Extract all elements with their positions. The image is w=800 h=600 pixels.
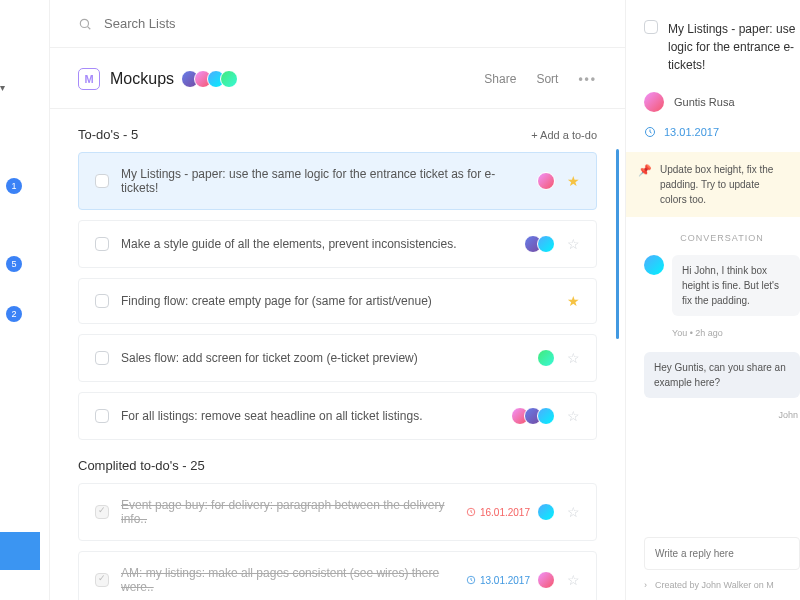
assignee-avatars (516, 407, 555, 425)
conversation-label: CONVERSATION (644, 233, 800, 243)
search-input[interactable] (104, 16, 597, 31)
checkbox[interactable] (95, 351, 109, 365)
svg-line-1 (88, 26, 91, 29)
note-text: Update box height, fix the padding. Try … (660, 162, 788, 207)
todo-item[interactable]: Make a style guide of all the elements, … (78, 220, 597, 268)
chevron-down-icon[interactable]: ▾ (0, 82, 5, 93)
assignee-avatars (529, 235, 555, 253)
list-content: To-do's - 5 + Add a to-do My Listings - … (50, 109, 625, 600)
todo-text: Sales flow: add screen for ticket zoom (… (121, 351, 530, 365)
clock-icon (644, 126, 656, 138)
checkbox[interactable] (95, 409, 109, 423)
list-header: M Mockups Share Sort ••• (50, 48, 625, 109)
project-title: Mockups (110, 70, 174, 88)
star-icon[interactable]: ☆ (567, 350, 580, 366)
message-bubble: Hey Guntis, can you share an example her… (644, 352, 800, 398)
section-title-completed: Complited to-do's - 25 (78, 458, 205, 473)
todo-text: Event page buy: for delivery: paragraph … (121, 498, 454, 526)
rail-badge[interactable]: 5 (6, 256, 22, 272)
todo-text: For all listings: remove seat headline o… (121, 409, 504, 423)
message-bubble: Hi John, I think box height is fine. But… (672, 255, 800, 316)
share-button[interactable]: Share (484, 72, 516, 86)
detail-footer: › Created by John Walker on M (644, 580, 800, 590)
todo-text: Finding flow: create empty page for (sam… (121, 294, 555, 308)
checkbox[interactable] (95, 237, 109, 251)
star-icon[interactable]: ☆ (567, 504, 580, 520)
star-icon[interactable]: ☆ (567, 236, 580, 252)
svg-point-0 (80, 19, 88, 27)
scrollbar-thumb[interactable] (616, 149, 619, 339)
todo-item[interactable]: Sales flow: add screen for ticket zoom (… (78, 334, 597, 382)
compose-button[interactable] (0, 532, 40, 570)
left-rail: ▾ 1 5 2 (0, 0, 50, 600)
todo-text: Make a style guide of all the elements, … (121, 237, 517, 251)
sort-button[interactable]: Sort (536, 72, 558, 86)
todo-item[interactable]: Event page buy: for delivery: paragraph … (78, 483, 597, 541)
avatar (644, 92, 664, 112)
pinned-note: 📌 Update box height, fix the padding. Tr… (626, 152, 800, 217)
message-meta: You • 2h ago (672, 328, 800, 338)
todo-item[interactable]: My Listings - paper: use the same logic … (78, 152, 597, 210)
assignee-row[interactable]: Guntis Rusa (644, 92, 800, 112)
project-icon: M (78, 68, 100, 90)
due-date-row[interactable]: 13.01.2017 (644, 126, 800, 138)
assignee-avatars (542, 503, 555, 521)
reply-input[interactable] (644, 537, 800, 570)
assignee-avatars (542, 349, 555, 367)
search-bar (50, 0, 625, 48)
search-icon (78, 17, 92, 31)
todo-item[interactable]: For all listings: remove seat headline o… (78, 392, 597, 440)
section-title-todos: To-do's - 5 (78, 127, 138, 142)
star-icon[interactable]: ★ (567, 293, 580, 309)
checkbox[interactable] (644, 20, 658, 34)
checkbox[interactable] (95, 174, 109, 188)
assignee-name: Guntis Rusa (674, 96, 735, 108)
avatar (644, 255, 664, 275)
chevron-right-icon[interactable]: › (644, 580, 647, 590)
message-meta: John (644, 410, 798, 420)
member-avatars[interactable] (186, 70, 238, 88)
star-icon[interactable]: ☆ (567, 572, 580, 588)
assignee-avatars (542, 571, 555, 589)
message: Hi John, I think box height is fine. But… (644, 255, 800, 316)
clock-icon (466, 507, 476, 517)
checkbox[interactable] (95, 573, 109, 587)
todo-text: My Listings - paper: use the same logic … (121, 167, 530, 195)
clock-icon (466, 575, 476, 585)
main-column: M Mockups Share Sort ••• To-do's - 5 + A… (50, 0, 625, 600)
due-date: 16.01.2017 (466, 507, 530, 518)
rail-badge[interactable]: 2 (6, 306, 22, 322)
detail-panel: My Listings - paper: use logic for the e… (625, 0, 800, 600)
message: Hey Guntis, can you share an example her… (644, 352, 800, 398)
assignee-avatars (542, 172, 555, 190)
todo-item[interactable]: AM: my listings: make all pages consiste… (78, 551, 597, 600)
star-icon[interactable]: ☆ (567, 408, 580, 424)
more-icon[interactable]: ••• (578, 72, 597, 86)
detail-title: My Listings - paper: use logic for the e… (668, 20, 800, 74)
checkbox[interactable] (95, 505, 109, 519)
created-by-text: Created by John Walker on M (655, 580, 774, 590)
pin-icon: 📌 (638, 162, 652, 207)
due-date: 13.01.2017 (466, 575, 530, 586)
add-todo-button[interactable]: + Add a to-do (531, 129, 597, 141)
star-icon[interactable]: ★ (567, 173, 580, 189)
todo-item[interactable]: Finding flow: create empty page for (sam… (78, 278, 597, 324)
rail-badge[interactable]: 1 (6, 178, 22, 194)
todo-text: AM: my listings: make all pages consiste… (121, 566, 454, 594)
checkbox[interactable] (95, 294, 109, 308)
due-date-text: 13.01.2017 (664, 126, 719, 138)
